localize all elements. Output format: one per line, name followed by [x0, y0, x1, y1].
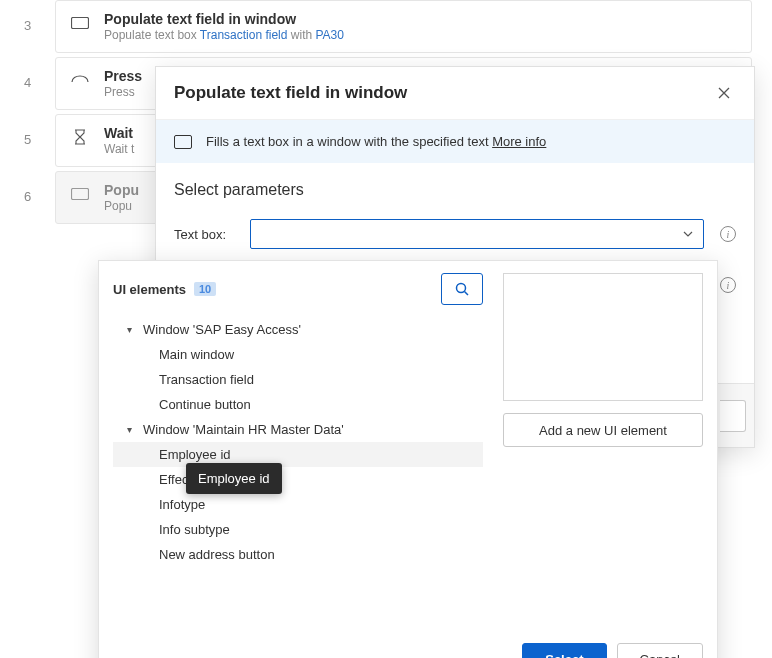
params-title: Select parameters	[174, 181, 736, 199]
wait-icon	[70, 127, 90, 147]
chevron-down-icon: ▾	[127, 424, 137, 435]
key-icon	[70, 70, 90, 90]
info-icon[interactable]: i	[720, 226, 736, 242]
flow-subtitle: Wait t	[104, 142, 134, 156]
add-ui-element-button[interactable]: Add a new UI element	[503, 413, 703, 447]
tree-group[interactable]: ▾ Window 'Maintain HR Master Data'	[119, 417, 483, 442]
textbox-icon	[174, 135, 192, 149]
ui-elements-header: UI elements	[113, 282, 186, 297]
tree-item[interactable]: Transaction field	[119, 367, 483, 392]
flow-step[interactable]: 3 Populate text field in window Populate…	[0, 0, 772, 53]
tree-item-selected[interactable]: Employee id	[113, 442, 483, 467]
dialog-title: Populate text field in window	[174, 83, 407, 103]
tree-item[interactable]: Info subtype	[119, 517, 483, 542]
flow-title: Popu	[104, 182, 139, 198]
tree-item[interactable]: Infotype	[119, 492, 483, 517]
dialog-footer	[714, 383, 754, 447]
step-number: 3	[0, 0, 55, 33]
tree-item[interactable]: Main window	[119, 342, 483, 367]
ui-elements-count: 10	[194, 282, 216, 296]
chevron-down-icon: ▾	[127, 324, 137, 335]
flow-title: Wait	[104, 125, 134, 141]
flow-sub-link[interactable]: Transaction field	[200, 28, 288, 42]
tree-item[interactable]: New address button	[119, 542, 483, 567]
chevron-down-icon	[683, 231, 693, 237]
cancel-button[interactable]: Cancel	[617, 643, 703, 658]
textbox-icon	[70, 13, 90, 33]
flow-title: Press	[104, 68, 142, 84]
tree-group[interactable]: ▾ Window 'SAP Easy Access'	[119, 317, 483, 342]
svg-rect-0	[72, 18, 89, 29]
info-icon[interactable]: i	[720, 277, 736, 293]
info-banner: Fills a text box in a window with the sp…	[156, 120, 754, 163]
ui-element-preview	[503, 273, 703, 401]
textbox-param-label: Text box:	[174, 227, 234, 242]
banner-text: Fills a text box in a window with the sp…	[206, 134, 492, 149]
dialog-button-fragment[interactable]	[720, 400, 746, 432]
flow-title: Populate text field in window	[104, 11, 344, 27]
textbox-icon	[70, 184, 90, 204]
tree-item[interactable]: Effecti	[119, 467, 483, 492]
flow-subtitle: Populate text box Transaction field with…	[104, 28, 344, 42]
svg-rect-1	[72, 189, 89, 200]
ui-elements-popup: UI elements 10 ▾ Window 'SAP Easy Access…	[98, 260, 718, 658]
tooltip: Employee id	[186, 463, 282, 494]
close-icon[interactable]	[712, 81, 736, 105]
search-button[interactable]	[441, 273, 483, 305]
flow-card[interactable]: Populate text field in window Populate t…	[55, 0, 752, 53]
step-number: 4	[0, 57, 55, 90]
textbox-select[interactable]	[250, 219, 704, 249]
search-icon	[454, 281, 470, 297]
select-button[interactable]: Select	[522, 643, 606, 658]
step-number: 6	[0, 171, 55, 204]
tree-group-label: Window 'Maintain HR Master Data'	[143, 422, 344, 437]
flow-sub-link2[interactable]: PA30	[315, 28, 343, 42]
tree-group-label: Window 'SAP Easy Access'	[143, 322, 301, 337]
ui-elements-tree: ▾ Window 'SAP Easy Access' Main window T…	[119, 317, 483, 567]
svg-point-2	[457, 284, 466, 293]
flow-subtitle: Popu	[104, 199, 139, 213]
step-number: 5	[0, 114, 55, 147]
flow-subtitle: Press	[104, 85, 142, 99]
tree-item[interactable]: Continue button	[119, 392, 483, 417]
more-info-link[interactable]: More info	[492, 134, 546, 149]
